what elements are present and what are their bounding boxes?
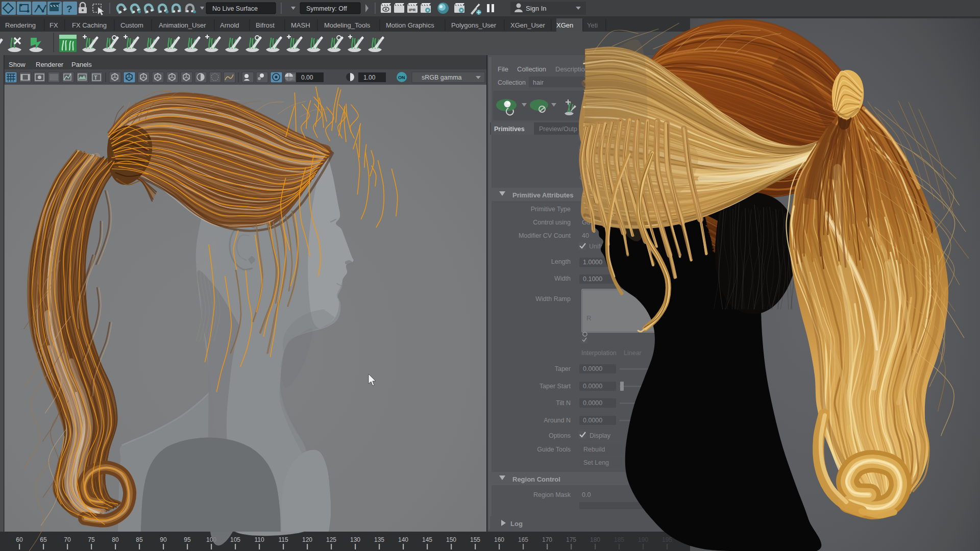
svg-text:1.00: 1.00 [363,74,376,81]
svg-text:MASH: MASH [291,21,310,29]
svg-text:XGen: XGen [556,21,573,29]
svg-text:Taper Start: Taper Start [540,383,571,390]
svg-text:Motion Graphics: Motion Graphics [386,21,434,29]
svg-text:160: 160 [494,536,504,543]
svg-text:hair: hair [533,79,544,86]
svg-text:Primitive Type: Primitive Type [531,206,571,213]
svg-text:Primitives: Primitives [494,126,525,133]
svg-text:Collection: Collection [517,65,546,73]
svg-text:185: 185 [614,536,624,543]
svg-text:95: 95 [184,536,191,543]
svg-text:File: File [498,65,508,73]
svg-text:175: 175 [566,536,576,543]
svg-text:0.0: 0.0 [582,491,591,498]
svg-text:130: 130 [350,536,360,543]
svg-text:105: 105 [230,536,240,543]
svg-text:120: 120 [302,536,312,543]
svg-text:Region Control: Region Control [512,475,560,483]
svg-text:Collection: Collection [498,79,526,86]
svg-text:165: 165 [518,536,528,543]
svg-text:Yeti: Yeti [587,21,598,29]
svg-text:135: 135 [374,536,384,543]
svg-text:Modeling_Tools: Modeling_Tools [324,21,371,29]
svg-text:Polygons_User: Polygons_User [451,21,497,29]
svg-text:Log: Log [510,520,523,528]
svg-text:140: 140 [398,536,408,543]
svg-text:75: 75 [88,536,95,543]
svg-text:Guide Tools: Guide Tools [537,446,571,453]
svg-text:125: 125 [326,536,336,543]
svg-text:Length: Length [551,258,571,265]
svg-text:Show: Show [9,61,26,68]
svg-text:Around N: Around N [544,417,571,424]
svg-text:Width: Width [554,275,571,282]
svg-text:Set Leng: Set Leng [583,459,609,466]
svg-text:70: 70 [64,536,71,543]
svg-text:FX: FX [50,21,58,29]
svg-text:?: ? [66,4,72,14]
svg-text:XGen_User: XGen_User [510,21,546,29]
svg-text:0.0000: 0.0000 [583,417,602,424]
svg-text:Modifier CV Count: Modifier CV Count [519,232,571,239]
svg-text:195: 195 [662,536,672,543]
svg-text:1.0000: 1.0000 [583,259,602,266]
svg-text:0.0000: 0.0000 [583,365,602,372]
svg-text:Options: Options [549,432,571,439]
svg-text:Primitive Attributes: Primitive Attributes [512,191,573,199]
svg-text:85: 85 [136,536,143,543]
svg-text:150: 150 [446,536,456,543]
svg-text:Custom: Custom [120,21,143,29]
svg-text:Panels: Panels [71,61,92,68]
svg-text:0.00: 0.00 [301,74,313,81]
svg-text:190: 190 [638,536,648,543]
svg-text:Renderer: Renderer [36,61,64,68]
svg-text:Region Mask: Region Mask [533,491,571,498]
svg-text:IPR: IPR [409,8,416,12]
svg-text:110: 110 [254,536,264,543]
svg-text:0.0000: 0.0000 [583,399,602,407]
svg-text:0.1000: 0.1000 [583,276,602,283]
svg-text:ON: ON [398,75,405,80]
svg-text:R: R [586,314,591,322]
svg-text:180: 180 [590,536,600,543]
svg-text:80: 80 [112,536,119,543]
svg-text:Width Ramp: Width Ramp [535,295,571,303]
svg-text:Rendering: Rendering [5,21,36,29]
svg-text:Tilt N: Tilt N [556,399,571,407]
svg-text:Symmetry: Off: Symmetry: Off [306,5,347,12]
svg-text:Taper: Taper [555,365,571,372]
svg-text:No Live Surface: No Live Surface [212,5,258,12]
svg-text:Control using: Control using [533,219,571,226]
svg-text:115: 115 [278,536,288,543]
svg-text:Sign In: Sign In [526,5,546,12]
svg-text:Display: Display [590,432,611,439]
svg-text:60: 60 [16,536,23,543]
svg-text:170: 170 [542,536,552,543]
svg-text:Linear: Linear [624,349,642,357]
svg-text:FX Caching: FX Caching [72,21,107,29]
svg-text:Bifrost: Bifrost [256,21,275,29]
svg-text:Animation_User: Animation_User [159,21,206,29]
svg-text:0.0000: 0.0000 [583,383,602,390]
svg-text:T: T [94,74,97,81]
svg-text:90: 90 [160,536,167,543]
svg-text:Rebuild: Rebuild [583,446,605,453]
svg-text:40: 40 [582,232,589,239]
svg-text:sRGB gamma: sRGB gamma [422,74,462,81]
svg-text:145: 145 [422,536,432,543]
svg-text:155: 155 [470,536,480,543]
svg-text:Arnold: Arnold [220,21,239,29]
svg-text:Preview/Outp: Preview/Outp [539,126,577,133]
svg-text:65: 65 [40,536,47,543]
svg-text:Interpolation: Interpolation [581,349,617,357]
